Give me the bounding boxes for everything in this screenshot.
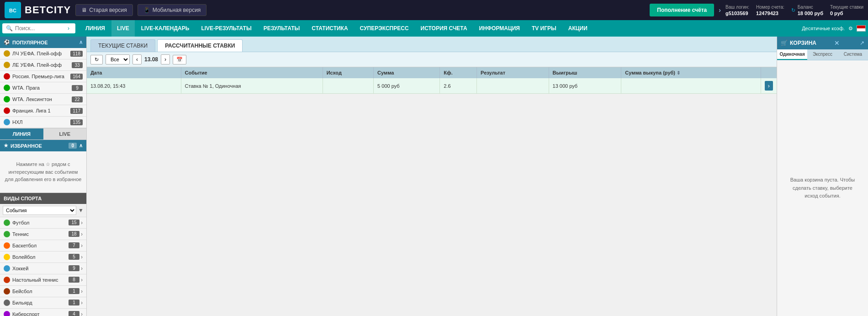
nav-right: Десятичные коэф. ⚙: [802, 25, 866, 32]
date-prev-button[interactable]: ‹: [132, 54, 142, 64]
tab-liniya[interactable]: ЛИНИЯ: [0, 129, 43, 139]
login-block: Ваш логин: g5103569: [725, 5, 749, 16]
chevron-right-icon: ›: [81, 265, 83, 272]
basket-icon: 🛒: [781, 40, 788, 46]
list-item[interactable]: Настольный теннис 8 ›: [0, 274, 86, 286]
list-item[interactable]: Теннис 18 ›: [0, 229, 86, 240]
nav-item-info[interactable]: ИНФОРМАЦИЯ: [474, 20, 525, 37]
izbrannoe-toggle-icon: ∧: [79, 143, 83, 149]
old-version-icon: 🖥: [81, 7, 87, 13]
nav-item-liniya[interactable]: ЛИНИЯ: [80, 20, 111, 37]
search-icon: 🔍: [6, 25, 13, 32]
nav-item-tv-games[interactable]: TV ИГРЫ: [526, 20, 562, 37]
tab-current-bets[interactable]: ТЕКУЩИЕ СТАВКИ: [90, 39, 155, 52]
bets-tabs: ТЕКУЩИЕ СТАВКИ РАССЧИТАННЫЕ СТАВКИ: [87, 37, 777, 52]
old-version-button[interactable]: 🖥 Старая версия: [75, 4, 133, 16]
popular-header[interactable]: ⚽ ПОПУЛЯРНОЕ ∧: [0, 37, 86, 48]
search-submit-icon[interactable]: ›: [68, 25, 69, 32]
list-item[interactable]: Волейбол 5 ›: [0, 252, 86, 263]
basket-empty-message: Ваша корзина пуста. Чтобы сделать ставку…: [777, 60, 868, 316]
star-icon: ★: [4, 143, 8, 149]
tab-live-sidebar[interactable]: LIVE: [43, 129, 87, 139]
list-item[interactable]: Россия. Премьер-лига 164: [0, 71, 86, 82]
nav-item-live[interactable]: LIVE: [111, 20, 135, 37]
sidebar: ⚽ ПОПУЛЯРНОЕ ∧ ЛЧ УЕФА. Плей-офф 118 ЛЕ …: [0, 37, 87, 316]
izbrannoe-content: Нажмите на ☆ рядом с интересующим вас со…: [0, 151, 86, 193]
search-input[interactable]: [15, 25, 65, 32]
basket-expand-button[interactable]: ↗: [860, 40, 864, 46]
list-item[interactable]: Хоккей 9 ›: [0, 263, 86, 274]
nav-item-history[interactable]: ИСТОРИЯ СЧЕТА: [415, 20, 473, 37]
calendar-button[interactable]: 📅: [173, 55, 186, 64]
col-result: Результат: [477, 67, 549, 78]
list-item[interactable]: ЛЧ УЕФА. Плей-офф 118: [0, 48, 86, 59]
top-right-area: Пополнение счёта › Ваш логин: g5103569 Н…: [650, 4, 863, 16]
cell-event: Ставка № 1, Одиночная: [181, 78, 323, 94]
sport-icon: [4, 231, 10, 237]
list-item[interactable]: Баскетбол 7 ›: [0, 240, 86, 252]
sport-icon: [4, 300, 10, 306]
tab-express[interactable]: Экспресс: [807, 49, 837, 60]
popular-section: ⚽ ПОПУЛЯРНОЕ ∧ ЛЧ УЕФА. Плей-офф 118 ЛЕ …: [0, 37, 86, 129]
expand-row-button[interactable]: ›: [765, 81, 773, 91]
replenish-button[interactable]: Пополнение счёта: [650, 4, 714, 16]
flag-icon[interactable]: [857, 25, 866, 32]
nav-item-results[interactable]: РЕЗУЛЬТАТЫ: [258, 20, 306, 37]
nav-item-superexpress[interactable]: СУПЕРЭКСПРЕСС: [355, 20, 414, 37]
cell-action[interactable]: ›: [761, 78, 777, 94]
filter-select[interactable]: Все: [106, 54, 130, 64]
popular-toggle-icon: ∧: [79, 39, 83, 45]
cell-outcome: [323, 78, 373, 94]
bets-toolbar: ↻ Все ‹ 13.08 › 📅: [87, 52, 777, 67]
col-date: Дата: [87, 67, 181, 78]
bets-table: Дата Событие Исход Сумма: [87, 67, 777, 94]
cell-result: [477, 78, 549, 94]
refresh-icon[interactable]: ↻: [791, 7, 795, 13]
list-item[interactable]: Бильярд 1 ›: [0, 297, 86, 309]
date-next-button[interactable]: ›: [161, 54, 170, 64]
top-header: BC BETCITY 🖥 Старая версия 📱 Мобильная в…: [0, 0, 868, 20]
list-item[interactable]: WTA. Прага 9: [0, 82, 86, 94]
sport-icon: [4, 96, 10, 102]
main-layout: ⚽ ПОПУЛЯРНОЕ ∧ ЛЧ УЕФА. Плей-офф 118 ЛЕ …: [0, 37, 868, 316]
mobile-version-button[interactable]: 📱 Мобильная версия: [138, 4, 207, 16]
list-item[interactable]: НХЛ 135: [0, 117, 86, 128]
col-buyout: Сумма выкупа (руб) ⇕: [621, 67, 761, 78]
current-bets-block: Текущие ставки 0 руб: [830, 5, 863, 16]
list-item[interactable]: Киберспорт 4 ›: [0, 309, 86, 316]
refresh-button[interactable]: ↻: [90, 55, 103, 64]
balance-block: ↻ Баланс 18 000 руб: [791, 5, 823, 16]
nav-item-statistics[interactable]: СТАТИСТИКА: [306, 20, 353, 37]
user-info: Ваш логин: g5103569 Номер счета: 1247942…: [725, 5, 863, 16]
sports-filter[interactable]: События ▼: [0, 204, 86, 217]
sports-filter-select[interactable]: События: [3, 206, 76, 215]
content-area: ТЕКУЩИЕ СТАВКИ РАССЧИТАННЫЕ СТАВКИ ↻ Все…: [87, 37, 777, 316]
list-item[interactable]: Франция. Лига 1 117: [0, 105, 86, 117]
nav-item-actions[interactable]: АКЦИИ: [563, 20, 593, 37]
basket-close-button[interactable]: ✕: [834, 39, 840, 47]
tab-calculated-bets[interactable]: РАССЧИТАННЫЕ СТАВКИ: [157, 39, 243, 52]
cell-buyout: [621, 78, 761, 94]
logo-area: BC BETCITY: [5, 2, 71, 18]
list-item[interactable]: WTA. Лексингтон 22: [0, 94, 86, 105]
nav-item-live-results[interactable]: LIVE-РЕЗУЛЬТАТЫ: [196, 20, 257, 37]
tab-system[interactable]: Система: [838, 49, 868, 60]
chevron-right-icon: ›: [81, 254, 83, 260]
list-item[interactable]: Футбол 15 ›: [0, 217, 86, 229]
sport-icon: [4, 50, 10, 57]
list-item[interactable]: ЛЕ УЕФА. Плей-офф 33: [0, 59, 86, 71]
nav-items: ЛИНИЯ LIVE LIVE-КАЛЕНДАРЬ LIVE-РЕЗУЛЬТАТ…: [80, 20, 802, 37]
table-scroll-area: Дата Событие Исход Сумма: [87, 67, 777, 316]
list-item[interactable]: Бейсбол 1 ›: [0, 286, 86, 297]
chevron-right-icon[interactable]: ›: [719, 6, 721, 14]
table-row: 13.08.20, 15:43 Ставка № 1, Одиночная 5 …: [87, 78, 777, 94]
nav-item-live-calendar[interactable]: LIVE-КАЛЕНДАРЬ: [136, 20, 195, 37]
basket-type-tabs: Одиночная Экспресс Система: [777, 49, 868, 60]
cell-date: 13.08.20, 15:43: [87, 78, 181, 94]
settings-icon[interactable]: ⚙: [848, 26, 853, 32]
logo-text: BETCITY: [25, 4, 71, 16]
col-event: Событие: [181, 67, 323, 78]
tab-single[interactable]: Одиночная: [777, 49, 807, 60]
search-box[interactable]: 🔍 ›: [2, 23, 75, 33]
izbrannoe-header[interactable]: ★ ИЗБРАННОЕ 0 ∧: [0, 140, 86, 151]
